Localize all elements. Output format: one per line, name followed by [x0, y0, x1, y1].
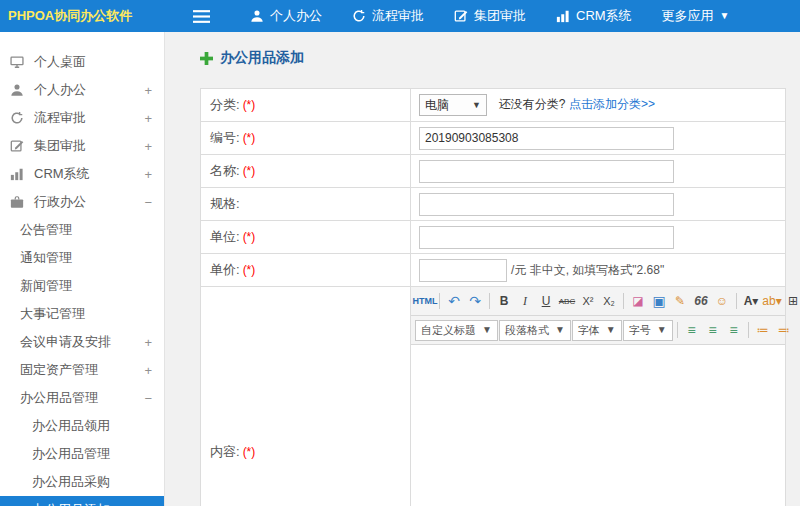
sidebar-item-events-mgmt[interactable]: 大事记管理: [0, 300, 164, 328]
unordered-list-icon[interactable]: ≔: [753, 320, 773, 341]
number-label-cell: 编号:(*): [201, 122, 411, 155]
expand-toggle[interactable]: +: [144, 139, 152, 154]
sidebar-item-meeting-mgmt[interactable]: 会议申请及安排 +: [0, 328, 164, 356]
sidebar-item-announcement-mgmt[interactable]: 公告管理: [0, 216, 164, 244]
ordered-list-icon[interactable]: ≕: [774, 320, 794, 341]
superscript-button[interactable]: X²: [578, 291, 598, 312]
category-select-value: 电脑: [425, 97, 449, 114]
sidebar-item-supplies-manage[interactable]: 办公用品管理: [0, 440, 164, 468]
sidebar-item-label: 大事记管理: [20, 305, 85, 323]
paste-icon[interactable]: ▣: [649, 291, 669, 312]
underline-button[interactable]: U: [536, 291, 556, 312]
font-family-select[interactable]: 字体 ▼: [572, 320, 622, 341]
sidebar-item-personal-office[interactable]: 个人办公 +: [0, 76, 164, 104]
hamburger-icon: [193, 10, 210, 23]
unit-input[interactable]: [419, 226, 674, 249]
spec-input[interactable]: [419, 193, 674, 216]
italic-button[interactable]: I: [515, 291, 535, 312]
expand-toggle[interactable]: +: [144, 83, 152, 98]
custom-title-select[interactable]: 自定义标题 ▼: [415, 320, 498, 341]
sidebar-item-notice-mgmt[interactable]: 通知管理: [0, 244, 164, 272]
category-hint: 还没有分类?: [499, 97, 566, 111]
bold-button[interactable]: B: [494, 291, 514, 312]
name-input[interactable]: [419, 160, 674, 183]
sidebar-item-label: 流程审批: [34, 109, 86, 127]
flow-icon: [10, 111, 25, 125]
emoticon-icon[interactable]: ☺: [712, 291, 732, 312]
caret-down-icon: ▼: [555, 325, 565, 335]
sidebar-item-label: 新闻管理: [20, 277, 72, 295]
sidebar-item-news-mgmt[interactable]: 新闻管理: [0, 272, 164, 300]
desktop-icon: [10, 55, 25, 69]
format-painter-icon[interactable]: ✎: [670, 291, 690, 312]
rich-text-editor: HTML ↶ ↷ B I U ABC X² X₂ ◪: [411, 287, 785, 506]
font-size-select-value: 字号: [629, 323, 651, 338]
sidebar-item-supplies-purchase[interactable]: 办公用品采购: [0, 468, 164, 496]
undo-icon[interactable]: ↶: [444, 291, 464, 312]
subscript-button[interactable]: X₂: [599, 291, 619, 312]
expand-toggle[interactable]: +: [144, 111, 152, 126]
expand-toggle[interactable]: +: [144, 335, 152, 350]
spec-label-cell: 规格:: [201, 188, 411, 221]
sidebar-item-supplies-add[interactable]: 办公用品添加: [0, 496, 164, 506]
unit-label: 单位:: [210, 229, 240, 244]
nav-more-apps[interactable]: 更多应用 ▼: [662, 7, 730, 25]
expand-toggle[interactable]: +: [144, 167, 152, 182]
toolbar-separator: [439, 293, 440, 309]
highlight-color-button[interactable]: ab▾: [762, 291, 782, 312]
nav-label: 集团审批: [474, 7, 526, 25]
nav-personal-office[interactable]: 个人办公: [250, 7, 322, 25]
sidebar-item-label: 办公用品管理: [32, 445, 110, 463]
editor-content-area[interactable]: [411, 345, 785, 506]
editor-toolbar-row2: 自定义标题 ▼ 段落格式 ▼ 字体 ▼: [411, 316, 785, 345]
sidebar-item-personal-desktop[interactable]: 个人桌面: [0, 48, 164, 76]
table-icon[interactable]: ⊞: [783, 291, 800, 312]
expand-toggle[interactable]: +: [144, 363, 152, 378]
custom-title-select-value: 自定义标题: [421, 323, 476, 338]
price-input[interactable]: [419, 259, 507, 282]
align-center-icon[interactable]: ≡: [703, 320, 723, 341]
nav-crm-system[interactable]: CRM系统: [556, 7, 632, 25]
redo-icon[interactable]: ↷: [465, 291, 485, 312]
required-mark: (*): [243, 445, 256, 459]
font-color-button[interactable]: A▾: [741, 291, 761, 312]
price-format-hint: /元 非中文, 如填写格式"2.68": [511, 263, 664, 277]
menu-icon[interactable]: [193, 10, 210, 23]
add-category-link[interactable]: 点击添加分类>>: [569, 97, 655, 111]
caret-down-icon: ▼: [482, 325, 492, 335]
collapse-toggle[interactable]: −: [144, 391, 152, 406]
category-label: 分类:: [210, 97, 240, 112]
sidebar-item-fixed-assets-mgmt[interactable]: 固定资产管理 +: [0, 356, 164, 384]
font-size-select[interactable]: 字号 ▼: [623, 320, 673, 341]
remove-format-icon[interactable]: ◪: [628, 291, 648, 312]
sidebar-item-label: 固定资产管理: [20, 361, 98, 379]
spec-value-cell: [411, 188, 786, 221]
sidebar-item-label: 通知管理: [20, 249, 72, 267]
required-mark: (*): [243, 230, 256, 244]
nav-workflow-approval[interactable]: 流程审批: [352, 7, 424, 25]
blockquote-button[interactable]: 66: [691, 291, 711, 312]
required-mark: (*): [243, 131, 256, 145]
nav-group-approval[interactable]: 集团审批: [454, 7, 526, 25]
sidebar: 个人桌面 个人办公 + 流程审批 + 集团审批 + CRM系统 + 行政办公 −: [0, 32, 165, 506]
sidebar-item-label: 办公用品采购: [32, 473, 110, 491]
sidebar-item-crm-system[interactable]: CRM系统 +: [0, 160, 164, 188]
number-input[interactable]: [419, 127, 674, 150]
align-left-icon[interactable]: ≡: [682, 320, 702, 341]
sidebar-item-supplies-receive[interactable]: 办公用品领用: [0, 412, 164, 440]
form-row-content: 内容:(*) HTML ↶ ↷ B I U: [201, 287, 786, 506]
sidebar-item-admin-office[interactable]: 行政办公 −: [0, 188, 164, 216]
sidebar-item-workflow-approval[interactable]: 流程审批 +: [0, 104, 164, 132]
align-right-icon[interactable]: ≡: [724, 320, 744, 341]
strikethrough-button[interactable]: ABC: [557, 291, 577, 312]
form-row-spec: 规格:: [201, 188, 786, 221]
sidebar-item-office-supplies-mgmt[interactable]: 办公用品管理 −: [0, 384, 164, 412]
sidebar-item-label: 公告管理: [20, 221, 72, 239]
edit-icon: [454, 9, 468, 23]
sidebar-item-group-approval[interactable]: 集团审批 +: [0, 132, 164, 160]
caret-down-icon: ▼: [472, 101, 481, 110]
category-select[interactable]: 电脑 ▼: [419, 94, 487, 116]
html-source-button[interactable]: HTML: [415, 291, 435, 312]
paragraph-format-select[interactable]: 段落格式 ▼: [499, 320, 571, 341]
collapse-toggle[interactable]: −: [144, 195, 152, 210]
